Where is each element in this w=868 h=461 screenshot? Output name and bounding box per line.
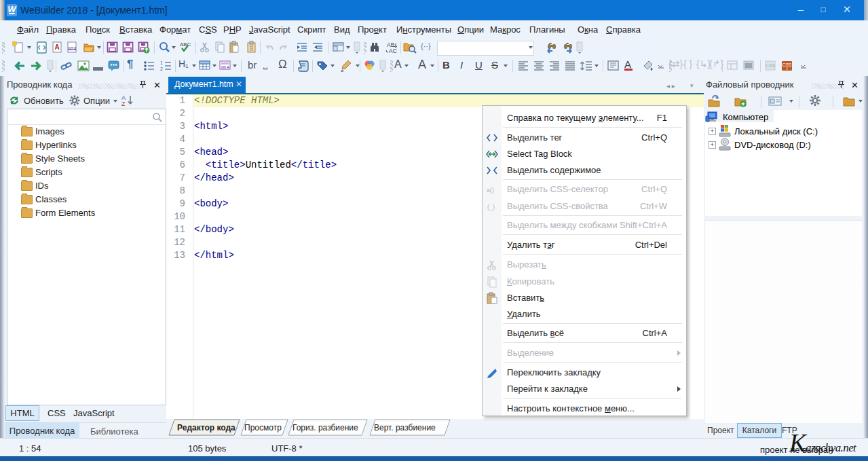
- svg-text:Просмотр: Просмотр: [244, 423, 282, 432]
- svg-text:AC: AC: [389, 48, 397, 54]
- svg-text:ABC: ABC: [180, 41, 191, 48]
- svg-text:Гориз. разбиение: Гориз. разбиение: [293, 423, 358, 432]
- svg-text:(_): (_): [487, 204, 495, 210]
- svg-text:a(): a(): [487, 187, 494, 193]
- svg-text:2: 2: [160, 67, 163, 71]
- svg-text:1: 1: [160, 60, 163, 65]
- svg-text:PHP: PHP: [69, 46, 76, 50]
- svg-text:Z: Z: [121, 100, 126, 107]
- svg-text:Редактор кода: Редактор кода: [177, 423, 235, 432]
- svg-text:3: 3: [786, 67, 788, 71]
- svg-text:CSS: CSS: [766, 63, 776, 68]
- svg-text:Верт. разбиение: Верт. разбиение: [374, 423, 436, 432]
- svg-text:A: A: [54, 43, 59, 51]
